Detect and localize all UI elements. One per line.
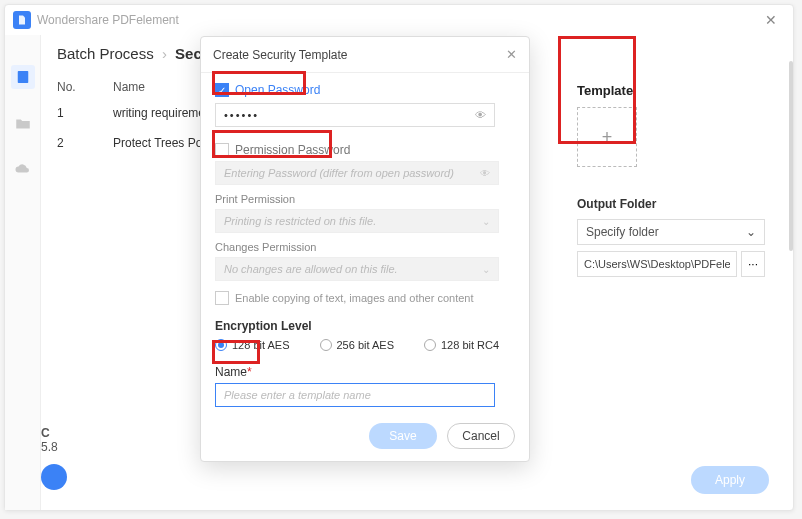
sidebar-item-document[interactable] xyxy=(11,65,35,89)
template-name-input[interactable] xyxy=(215,383,495,407)
print-permission-select: Printing is restricted on this file. ⌄ xyxy=(215,209,499,233)
scrollbar[interactable] xyxy=(789,61,793,251)
apply-button[interactable]: Apply xyxy=(691,466,769,494)
eye-icon[interactable]: 👁 xyxy=(475,109,486,121)
dialog-close-icon[interactable]: ✕ xyxy=(506,47,517,62)
plus-icon: + xyxy=(602,127,613,148)
permission-password-checkbox[interactable]: ✓ xyxy=(215,143,229,157)
open-password-field[interactable]: •••••• 👁 xyxy=(215,103,495,127)
create-security-template-dialog: Create Security Template ✕ ✓ Open Passwo… xyxy=(200,36,530,462)
eye-icon: 👁 xyxy=(480,168,490,179)
permission-password-label: Permission Password xyxy=(235,143,350,157)
browse-folder-button[interactable]: ··· xyxy=(741,251,765,277)
output-folder-title: Output Folder xyxy=(577,197,777,211)
open-password-checkbox[interactable]: ✓ xyxy=(215,83,229,97)
dialog-title: Create Security Template xyxy=(213,48,348,62)
save-button[interactable]: Save xyxy=(369,423,437,449)
chevron-down-icon: ⌄ xyxy=(482,264,490,275)
add-template-button[interactable]: + xyxy=(577,107,637,167)
enable-copying-label: Enable copying of text, images and other… xyxy=(235,292,474,304)
app-name: Wondershare PDFelement xyxy=(37,13,179,27)
output-folder-path[interactable] xyxy=(577,251,737,277)
col-no: No. xyxy=(57,80,113,94)
svg-rect-0 xyxy=(17,71,28,83)
print-permission-label: Print Permission xyxy=(215,193,515,205)
close-icon[interactable]: ✕ xyxy=(757,8,785,32)
sidebar xyxy=(5,35,41,510)
titlebar: Wondershare PDFelement ✕ xyxy=(5,5,793,35)
enc-128-rc4-radio[interactable]: 128 bit RC4 xyxy=(424,339,499,351)
app-logo xyxy=(13,11,31,29)
encryption-level-title: Encryption Level xyxy=(215,319,515,333)
enc-128-aes-radio[interactable]: 128 bit AES xyxy=(215,339,290,351)
enc-256-aes-radio[interactable]: 256 bit AES xyxy=(320,339,395,351)
permission-password-field: Entering Password (differ from open pass… xyxy=(215,161,499,185)
chevron-down-icon: ⌄ xyxy=(482,216,490,227)
breadcrumb-root[interactable]: Batch Process xyxy=(57,45,154,62)
col-name: Name xyxy=(113,80,145,94)
chevron-down-icon: ⌄ xyxy=(746,225,756,239)
changes-permission-label: Changes Permission xyxy=(215,241,515,253)
output-folder-select[interactable]: Specify folder ⌄ xyxy=(577,219,765,245)
template-title: Template xyxy=(577,83,633,98)
sidebar-item-cloud[interactable] xyxy=(14,159,32,177)
sidebar-item-folder[interactable] xyxy=(14,115,32,133)
cancel-button[interactable]: Cancel xyxy=(447,423,515,449)
footer-pill[interactable] xyxy=(41,464,67,490)
template-name-label: Name* xyxy=(215,365,252,379)
open-password-label: Open Password xyxy=(235,83,320,97)
enable-copying-checkbox: ✓ xyxy=(215,291,229,305)
footer-info: C 5.8 xyxy=(41,426,67,490)
changes-permission-select: No changes are allowed on this file. ⌄ xyxy=(215,257,499,281)
